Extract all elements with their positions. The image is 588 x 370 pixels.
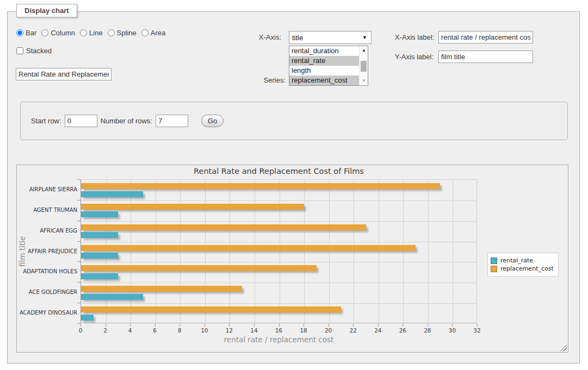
gridline [453, 180, 453, 323]
y-category-label: AFRICAN EGG [17, 228, 77, 234]
gridline [329, 180, 330, 323]
x-axis-label-label: X-Axis label: [395, 33, 434, 41]
bar-rental_rate [81, 273, 118, 279]
series-option-replacement_cost[interactable]: replacement_cost [289, 76, 368, 85]
chart-type-radio-bar[interactable] [16, 29, 23, 36]
x-tick-label: 26 [392, 327, 413, 334]
y-category-label: ADAPTATION HOLES [17, 268, 77, 274]
chart-plot-area [81, 179, 477, 323]
chart-type-column[interactable]: Column [41, 29, 75, 37]
x-tick-label: 18 [293, 327, 314, 334]
x-tick-mark [279, 324, 280, 327]
x-tick-label: 20 [318, 327, 339, 334]
chart-type-radio-label: Spline [117, 29, 137, 37]
chart-type-area[interactable]: Area [141, 29, 165, 37]
page: Display chart BarColumnLineSplineArea St… [0, 0, 588, 370]
gridline [354, 180, 354, 323]
chart-title-input[interactable] [16, 68, 112, 80]
x-tick-label: 6 [144, 327, 166, 334]
series-options: rental_durationrental_ratelengthreplacem… [289, 46, 368, 85]
gridline [81, 283, 476, 283]
resize-handle-icon[interactable] [560, 344, 567, 351]
series-option-rental_rate[interactable]: rental_rate [289, 56, 368, 66]
number-of-rows-input[interactable] [156, 115, 188, 127]
gridline [304, 180, 305, 323]
gridline [205, 180, 206, 323]
chart-type-radio-line[interactable] [80, 29, 87, 36]
x-tick-mark [452, 324, 453, 327]
series-option-rental_duration[interactable]: rental_duration [289, 46, 368, 56]
legend-label: replacement_cost [500, 265, 554, 272]
bar-replacement_cost [81, 245, 416, 251]
scroll-up-icon[interactable]: ▲ [360, 47, 368, 54]
x-tick-label: 28 [417, 327, 438, 334]
x-axis-select[interactable]: title ▼ [289, 31, 372, 44]
bar-replacement_cost [81, 265, 317, 271]
y-tick-mark [77, 282, 81, 283]
x-tick-mark [155, 324, 156, 327]
x-tick-mark [477, 324, 478, 327]
chart-type-line[interactable]: Line [80, 29, 103, 37]
series-listbox[interactable]: rental_durationrental_ratelengthreplacem… [289, 46, 368, 86]
scroll-down-icon[interactable]: ▼ [360, 77, 368, 85]
gridline [81, 200, 476, 201]
x-tick-label: 12 [218, 327, 240, 334]
y-tick-mark [77, 221, 81, 221]
bar-replacement_cost [81, 286, 242, 292]
y-category-label: ACE GOLDFINGER [17, 289, 77, 295]
chart-type-radio-group: BarColumnLineSplineArea [16, 29, 170, 38]
y-category-label: AGENT TRUMAN [17, 207, 77, 213]
x-axis-selected-value: title [292, 34, 303, 42]
gridline [280, 180, 280, 323]
chevron-down-icon: ▼ [362, 35, 367, 40]
gridline [81, 221, 476, 222]
bar-replacement_cost [81, 306, 341, 312]
y-tick-mark [77, 200, 81, 200]
chart-type-radio-area[interactable] [141, 29, 148, 36]
stacked-checkbox-row[interactable]: Stacked [16, 47, 52, 55]
x-tick-label: 22 [342, 327, 364, 334]
x-tick-mark [304, 324, 304, 327]
stacked-label: Stacked [26, 47, 52, 55]
go-button[interactable]: Go [201, 115, 224, 127]
chart-type-bar[interactable]: Bar [16, 29, 36, 37]
gridline [81, 303, 476, 304]
bar-rental_rate [81, 211, 118, 217]
series-option-length[interactable]: length [289, 66, 368, 76]
series-label: Series: [233, 76, 286, 84]
bar-rental_rate [81, 315, 94, 321]
gridline [156, 180, 156, 323]
gridline [428, 180, 429, 323]
x-axis-select-label: X-Axis: [228, 33, 281, 41]
x-tick-mark [180, 324, 180, 327]
bar-replacement_cost [81, 224, 366, 230]
x-axis-label-input[interactable] [438, 31, 533, 43]
chart-type-radio-spline[interactable] [108, 29, 115, 36]
gridline [230, 180, 230, 323]
bar-rental_rate [81, 191, 143, 197]
x-tick-mark [81, 324, 81, 327]
listbox-scrollbar[interactable]: ▲ ▼ [359, 46, 368, 85]
x-tick-mark [378, 324, 379, 327]
bar-rental_rate [81, 253, 118, 259]
gridline [255, 180, 255, 323]
chart-type-spline[interactable]: Spline [108, 29, 137, 37]
x-axis-title: rental rate / replacement cost [81, 335, 477, 344]
gridline [403, 180, 404, 323]
gridline [81, 262, 476, 262]
gridline [379, 180, 379, 323]
scrollbar-thumb[interactable] [361, 61, 367, 72]
y-axis-label-input[interactable] [438, 51, 533, 63]
x-tick-label: 2 [95, 327, 116, 334]
x-tick-label: 10 [194, 327, 215, 334]
row-controls-panel: Start row: Number of rows: Go [20, 102, 568, 140]
x-tick-mark [428, 324, 428, 327]
bar-rental_rate [81, 232, 118, 238]
chart-type-radio-column[interactable] [41, 29, 48, 36]
legend-item: rental_rate [491, 257, 554, 264]
x-tick-mark [353, 324, 354, 327]
chart-title: Rental Rate and Replacement Cost of Film… [81, 167, 477, 175]
x-tick-mark [229, 324, 230, 327]
stacked-checkbox[interactable] [16, 47, 23, 54]
start-row-input[interactable] [65, 115, 97, 127]
